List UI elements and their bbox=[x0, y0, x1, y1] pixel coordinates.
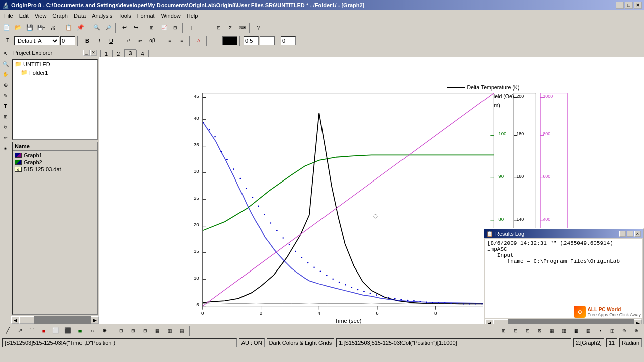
bt-region-btn[interactable]: ⬜ bbox=[50, 325, 61, 336]
tree-untitled[interactable]: 📁 UNTITLED bbox=[13, 60, 97, 68]
menu-file[interactable]: File bbox=[1, 12, 16, 20]
tab-1[interactable]: 1 bbox=[100, 50, 112, 57]
line-color-btn[interactable]: — bbox=[210, 35, 221, 46]
minimize-button[interactable]: _ bbox=[616, 2, 624, 9]
bt-btn4[interactable]: ⊟ bbox=[140, 325, 151, 336]
row-btn[interactable]: — bbox=[197, 22, 208, 33]
log-scroll-left[interactable]: ◀ bbox=[485, 319, 493, 324]
subscript-btn[interactable]: x₂ bbox=[135, 35, 146, 46]
bt-color-red[interactable]: ■ bbox=[38, 325, 49, 336]
text-mode-btn[interactable]: T bbox=[2, 35, 13, 46]
name-graph1[interactable]: Graph1 bbox=[14, 152, 96, 159]
results-log-maximize[interactable]: □ bbox=[627, 231, 633, 237]
bold-btn[interactable]: B bbox=[82, 35, 93, 46]
alpha-btn[interactable]: αβ bbox=[147, 35, 158, 46]
bt-r4[interactable]: ⊠ bbox=[534, 325, 545, 336]
help-btn[interactable]: ? bbox=[253, 22, 264, 33]
menu-help[interactable]: Help bbox=[184, 12, 201, 20]
bt-btn7[interactable]: ▤ bbox=[176, 325, 187, 336]
log-scroll-thumb[interactable] bbox=[493, 319, 508, 324]
scale-tool[interactable]: ⊞ bbox=[1, 112, 11, 122]
bt-r10[interactable]: ◫ bbox=[607, 325, 618, 336]
maximize-button[interactable]: □ bbox=[625, 2, 633, 9]
bt-r6[interactable]: ▨ bbox=[558, 325, 570, 336]
open-btn[interactable]: 📂 bbox=[13, 22, 24, 33]
bt-r8[interactable]: ▧ bbox=[583, 325, 594, 336]
bt-r3[interactable]: ⊡ bbox=[522, 325, 533, 336]
name-graph2[interactable]: Graph2 bbox=[14, 159, 96, 166]
tab-4[interactable]: 4 bbox=[136, 50, 148, 57]
crosshair-tool[interactable]: ⊕ bbox=[1, 80, 11, 90]
menu-data[interactable]: Data bbox=[71, 12, 89, 20]
stat-btn[interactable]: Σ bbox=[225, 22, 236, 33]
tab-3[interactable]: 3 bbox=[124, 49, 136, 57]
explorer-minimize[interactable]: _ bbox=[83, 50, 90, 56]
bt-r5[interactable]: ▦ bbox=[546, 325, 557, 336]
bt-r7[interactable]: ▩ bbox=[571, 325, 582, 336]
script-btn[interactable]: ⌨ bbox=[236, 22, 248, 33]
menu-window[interactable]: Window bbox=[158, 12, 184, 20]
graph-btn[interactable]: 📈 bbox=[158, 22, 169, 33]
font-size-input[interactable] bbox=[60, 36, 75, 45]
bt-fill-btn[interactable]: ⬛ bbox=[62, 325, 73, 336]
print-preview-btn[interactable]: 🖨 bbox=[47, 22, 58, 33]
align-left-btn[interactable]: ≡ bbox=[164, 35, 175, 46]
scroll-right-btn[interactable]: ▶ bbox=[91, 316, 99, 324]
tree-folder1[interactable]: 📁 Folder1 bbox=[13, 68, 97, 77]
font-select[interactable]: Default: A bbox=[14, 36, 59, 45]
mask-tool[interactable]: ◈ bbox=[1, 143, 11, 153]
explorer-close[interactable]: ✕ bbox=[90, 50, 97, 56]
results-log-minimize[interactable]: _ bbox=[619, 231, 626, 237]
edit-tool[interactable]: ✎ bbox=[1, 90, 11, 101]
bt-line-btn[interactable]: ╱ bbox=[2, 325, 13, 336]
menu-tools[interactable]: Tools bbox=[115, 12, 134, 20]
bt-circle-btn[interactable]: ○ bbox=[87, 325, 98, 336]
bt-btn3[interactable]: ⊞ bbox=[128, 325, 139, 336]
save-all-btn[interactable]: 💾+ bbox=[36, 22, 47, 33]
bt-r2[interactable]: ⊟ bbox=[510, 325, 521, 336]
color-btn[interactable]: A bbox=[193, 35, 204, 46]
menu-format[interactable]: Format bbox=[134, 12, 158, 20]
draw-tool[interactable]: ✏ bbox=[1, 133, 11, 143]
redo-btn[interactable]: ↪ bbox=[130, 22, 141, 33]
arrow-tool[interactable]: ↖ bbox=[1, 48, 11, 58]
matrix-btn[interactable]: ⊟ bbox=[170, 22, 181, 33]
results-log-close[interactable]: ✕ bbox=[634, 231, 641, 237]
worksheet-btn[interactable]: ⊞ bbox=[146, 22, 157, 33]
line-color-swatch[interactable] bbox=[222, 36, 237, 45]
menu-view[interactable]: View bbox=[32, 12, 50, 20]
scroll-thumb[interactable] bbox=[19, 316, 34, 324]
save-btn[interactable]: 💾 bbox=[24, 22, 35, 33]
bt-r11[interactable]: ⊕ bbox=[619, 325, 630, 336]
log-scroll-right[interactable]: ▶ bbox=[634, 319, 642, 324]
rotate-tool[interactable]: ↻ bbox=[1, 122, 11, 132]
bt-curve-btn[interactable]: ⌒ bbox=[26, 325, 37, 336]
bt-btn5[interactable]: ▦ bbox=[152, 325, 163, 336]
superscript-btn[interactable]: x² bbox=[123, 35, 134, 46]
menu-graph[interactable]: Graph bbox=[49, 12, 71, 20]
size-input2[interactable] bbox=[281, 36, 296, 45]
bt-arrow-btn[interactable]: ↗ bbox=[14, 325, 25, 336]
undo-btn[interactable]: ↩ bbox=[119, 22, 130, 33]
bt-add-btn[interactable]: ⊕ bbox=[99, 325, 110, 336]
underline-btn[interactable]: U bbox=[106, 35, 117, 46]
name-dat[interactable]: d 515-125-03.dat bbox=[14, 166, 96, 173]
pan-tool[interactable]: ✋ bbox=[1, 69, 11, 79]
italic-btn[interactable]: I bbox=[94, 35, 105, 46]
close-button[interactable]: ✕ bbox=[634, 2, 642, 9]
line-width-input[interactable] bbox=[244, 36, 259, 45]
bt-r9[interactable]: ▪ bbox=[595, 325, 606, 336]
fit-btn[interactable]: ⊡ bbox=[213, 22, 224, 33]
menu-analysis[interactable]: Analysis bbox=[89, 12, 115, 20]
align-center-btn[interactable]: ≡ bbox=[176, 35, 187, 46]
menu-edit[interactable]: Edit bbox=[16, 12, 32, 20]
zoom-in-btn[interactable]: 🔍 bbox=[91, 22, 102, 33]
tab-2[interactable]: 2 bbox=[112, 50, 124, 57]
copy-btn[interactable]: 📋 bbox=[63, 22, 74, 33]
new-btn[interactable]: 📄 bbox=[1, 22, 12, 33]
paste-btn[interactable]: 📌 bbox=[75, 22, 86, 33]
scroll-left-btn[interactable]: ◀ bbox=[11, 316, 19, 324]
zoom-out-btn[interactable]: 🔎 bbox=[103, 22, 114, 33]
fill-color-swatch[interactable] bbox=[260, 36, 275, 45]
text-tool[interactable]: T bbox=[1, 101, 11, 111]
